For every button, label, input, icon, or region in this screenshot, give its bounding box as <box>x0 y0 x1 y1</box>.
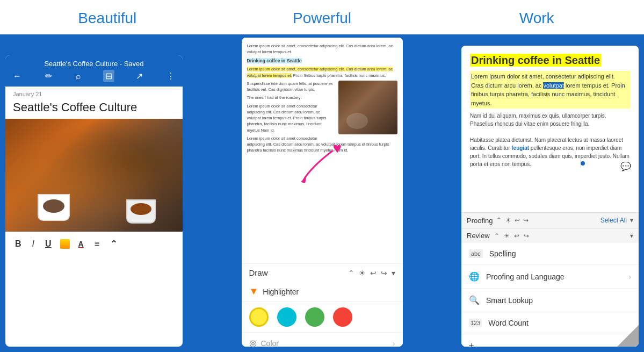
panel2-doc-area: Lorem ipsum dolor sit amet, consectetur … <box>242 38 403 263</box>
draw-bulb-icon[interactable]: ☀ <box>359 269 366 277</box>
panel1-topbar: Seattle's Coffee Culture - Saved ← ✏ ⌕ ⊟… <box>5 55 183 87</box>
panel-work: Drinking coffee in Seattle Lorem ipsum d… <box>461 46 639 347</box>
more-icon[interactable]: ⋮ <box>164 70 177 82</box>
beautiful-title: Beautiful <box>1 10 214 27</box>
bold-button[interactable]: B <box>13 238 24 250</box>
proofing-chevron[interactable]: ⌃ <box>496 216 502 225</box>
coffee-cup2 <box>126 199 156 224</box>
swatch-cyan[interactable] <box>277 307 296 327</box>
select-all-button[interactable]: Select All <box>600 217 627 224</box>
underline-button[interactable]: U <box>43 238 54 250</box>
swatch-green[interactable] <box>305 307 324 327</box>
proofing-label: Proofing <box>467 217 493 225</box>
panel2-color-swatches <box>242 302 403 332</box>
font-color-button[interactable]: A <box>76 239 86 249</box>
panel2-doc-text: Lorem ipsum dolor sit amet, consectetur … <box>247 43 397 156</box>
swatch-yellow[interactable] <box>249 307 269 327</box>
panel1-doc-title: Seattle's Coffee Culture - Saved <box>11 60 177 68</box>
svg-marker-0 <box>301 177 306 183</box>
back-icon[interactable]: ← <box>11 70 24 82</box>
word-count-label: Word Count <box>488 319 528 327</box>
comment-icon[interactable]: 💬 <box>620 161 631 171</box>
edit-icon[interactable]: ✏ <box>43 70 54 82</box>
work-title: Work <box>430 10 643 27</box>
color-chevron-icon: › <box>393 339 395 347</box>
italic-button[interactable]: I <box>30 238 37 250</box>
color-picker-icon: ◎ <box>249 338 257 347</box>
highlight-button[interactable] <box>60 239 70 249</box>
panel-beautiful: Seattle's Coffee Culture - Saved ← ✏ ⌕ ⊟… <box>5 55 183 347</box>
view-icon[interactable]: ⊟ <box>103 70 114 82</box>
panel3-heading: Drinking coffee in Seattle <box>470 54 601 67</box>
spelling-label: Spelling <box>489 249 516 258</box>
panel2-highlight-heading: Drinking coffee in Seattle <box>247 58 302 63</box>
panel3-review-bar: Review ⌃ ☀ ↩ ↪ ▾ <box>461 228 639 243</box>
draw-more-icon[interactable]: ▾ <box>392 269 395 277</box>
panel2-draw-toolbar: Draw ⌃ ☀ ↩ ↪ ▾ <box>242 263 403 282</box>
word-count-icon: 123 <box>469 319 482 327</box>
panel2-highlight-yellow: Lorem ipsum dolor sit amet, consectetur … <box>247 67 393 77</box>
panel1-bottom-toolbar: B I U A ≡ ⌃ <box>5 232 183 255</box>
smart-lookup-icon: 🔍 <box>469 295 480 305</box>
panel-powerful: Lorem ipsum dolor sit amet, consectetur … <box>242 38 403 347</box>
panel3-body-text: Nam id dui aliquam, maximus ex quis, ull… <box>470 112 630 168</box>
panel3-blue-highlight: volutpat <box>543 82 564 89</box>
proofing-bulb-icon[interactable]: ☀ <box>505 217 511 224</box>
review-undo-icon[interactable]: ↩ <box>514 232 519 240</box>
draw-chevron-up[interactable]: ⌃ <box>348 269 354 277</box>
menu-item-proofing-language[interactable]: 🌐 Proofing and Language › <box>461 265 639 289</box>
review-bulb-icon[interactable]: ☀ <box>504 232 510 240</box>
panel1-coffee-image <box>5 119 183 232</box>
review-chevron[interactable]: ⌃ <box>494 232 500 240</box>
smart-lookup-left: 🔍 Smart Lookup <box>469 295 533 305</box>
draw-undo-icon[interactable]: ↩ <box>370 269 377 277</box>
panel2-color-option[interactable]: ◎ Color › <box>242 332 403 347</box>
panel3-link: feugiat <box>511 145 529 151</box>
proofing-language-icon: 🌐 <box>469 271 480 282</box>
draw-label[interactable]: Draw <box>249 268 268 277</box>
review-redo-icon[interactable]: ↪ <box>524 232 529 240</box>
review-label: Review <box>467 232 490 240</box>
panel1-date: January 21 <box>5 87 183 99</box>
panel1-image-overlay <box>5 119 183 232</box>
add-left: + <box>469 341 474 347</box>
share-icon[interactable]: ↗ <box>134 70 145 82</box>
proofing-language-label: Proofing and Language <box>486 272 565 281</box>
proofing-language-left: 🌐 Proofing and Language <box>469 271 565 282</box>
spelling-icon: abc <box>469 249 483 258</box>
menu-item-smart-lookup[interactable]: 🔍 Smart Lookup <box>461 289 639 312</box>
add-icon: + <box>469 341 474 347</box>
review-more-icon[interactable]: ▾ <box>630 232 633 240</box>
menu-item-add[interactable]: + <box>461 334 639 347</box>
draw-redo-icon[interactable]: ↪ <box>381 269 387 277</box>
proofing-undo-icon[interactable]: ↩ <box>515 217 520 224</box>
word-count-left: 123 Word Count <box>469 319 529 327</box>
smart-lookup-label: Smart Lookup <box>486 296 533 305</box>
panel3-doc-area: Drinking coffee in Seattle Lorem ipsum d… <box>461 46 639 212</box>
proofing-language-chevron: › <box>628 272 631 281</box>
coffee-cup1 <box>38 194 70 221</box>
panel1-topbar-icons: ← ✏ ⌕ ⊟ ↗ ⋮ <box>11 70 177 82</box>
search-icon[interactable]: ⌕ <box>74 70 83 82</box>
panel2-coffee-image <box>338 81 397 134</box>
more-format-button[interactable]: ⌃ <box>108 238 119 250</box>
panel3-proofing-bar: Proofing ⌃ ☀ ↩ ↪ Select All ▾ <box>461 212 639 228</box>
panel1-heading: Seattle's Coffee Culture <box>5 99 183 119</box>
proofing-more-icon[interactable]: ▾ <box>630 217 633 224</box>
swatch-red[interactable] <box>333 307 352 327</box>
color-option-left: ◎ Color <box>249 338 279 347</box>
list-button[interactable]: ≡ <box>92 238 102 250</box>
proofing-redo-icon[interactable]: ↪ <box>523 217 529 224</box>
panels-container: Seattle's Coffee Culture - Saved ← ✏ ⌕ ⊟… <box>0 34 644 352</box>
draw-toolbar-icons: ⌃ ☀ ↩ ↪ ▾ <box>348 269 395 277</box>
menu-item-spelling[interactable]: abc Spelling <box>461 243 639 265</box>
panel2-highlighter-row[interactable]: ▼ Highlighter <box>242 282 403 302</box>
menu-item-word-count[interactable]: 123 Word Count <box>461 312 639 334</box>
highlighter-icon: ▼ <box>249 286 259 297</box>
spelling-left: abc Spelling <box>469 249 516 258</box>
powerful-title: Powerful <box>216 10 429 27</box>
header-row: Beautiful Powerful Work <box>0 0 644 34</box>
cursor-dot <box>581 161 585 166</box>
panel3-body-highlighted: Lorem ipsum dolor sit amet, consectetur … <box>470 71 630 109</box>
color-option-label: Color <box>261 339 279 347</box>
